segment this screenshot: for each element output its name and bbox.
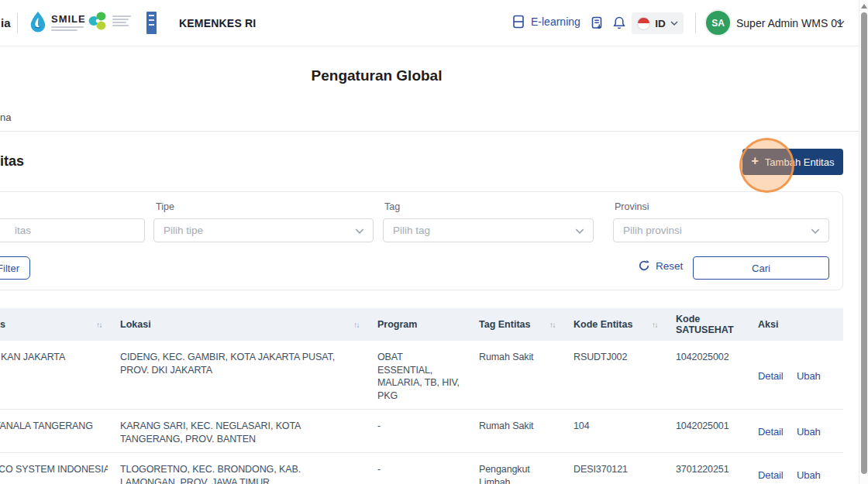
add-entity-label: Tambah Entitas	[765, 156, 835, 168]
provinsi-select[interactable]: Pilih provinsi	[613, 218, 829, 242]
cell-tag: Rumah Sakit	[467, 410, 561, 453]
top-navbar: ia SMILE	[0, 0, 859, 46]
user-name: Super Admin WMS 01	[736, 17, 843, 29]
provinsi-label: Provinsi	[615, 201, 649, 212]
cell-program: -	[365, 453, 467, 484]
provinsi-placeholder: Pilih provinsi	[614, 225, 682, 236]
undp-logo	[146, 12, 157, 34]
detail-link[interactable]: Detail	[758, 370, 784, 382]
divider	[0, 131, 859, 132]
sort-icon: ↑↓	[96, 321, 102, 329]
tipe-placeholder: Pilih tipe	[154, 225, 203, 236]
chevron-down-icon	[670, 21, 678, 26]
header-nama-entitas[interactable]: s ↑↓	[0, 308, 108, 341]
page: ia SMILE	[0, 0, 868, 484]
avatar: SA	[706, 11, 730, 35]
smile-drop-icon	[29, 11, 47, 33]
chevron-down-icon	[811, 228, 820, 234]
add-entity-button[interactable]: + Tambah Entitas	[742, 149, 843, 175]
search-submit-button[interactable]: Cari	[693, 256, 829, 280]
cell-kode-satusehat: 1042025001	[663, 410, 746, 453]
scrollbar-thumb[interactable]	[861, 12, 867, 474]
table-row: KAN JAKARTA CIDENG, KEC. GAMBIR, KOTA JA…	[0, 341, 843, 410]
chevron-down-icon	[575, 228, 584, 234]
form-download-button[interactable]	[589, 15, 604, 30]
header-aksi: Aksi	[746, 308, 843, 341]
page-title: Pengaturan Global	[0, 67, 753, 84]
cell-nama: CO SYSTEM INDONESIA	[0, 453, 108, 484]
cell-nama: KAN JAKARTA	[0, 341, 108, 410]
header-nama-fragment: s	[0, 319, 5, 330]
cell-lokasi: CIDENG, KEC. GAMBIR, KOTA JAKARTA PUSAT,…	[108, 341, 365, 410]
cell-aksi: Detail Ubah	[746, 453, 843, 484]
refresh-icon	[638, 259, 650, 272]
elearning-link[interactable]: E-learning	[512, 14, 580, 29]
divider	[17, 13, 18, 33]
cell-kode-satusehat: 1042025002	[663, 341, 746, 410]
filter-card: itas Tipe Pilih tipe Tag Pilih tag Provi…	[0, 191, 843, 290]
cell-kode-entitas: RSUDTJ002	[561, 341, 663, 410]
kemenkes-text-bar	[112, 19, 129, 20]
plus-icon: +	[752, 155, 759, 167]
kemenkes-clover-icon	[88, 11, 108, 31]
cell-tag: Pengangkut Limbah	[467, 453, 561, 484]
smile-tagline-bar	[51, 29, 78, 31]
ubah-link[interactable]: Ubah	[797, 426, 821, 438]
language-selector[interactable]: ID	[632, 12, 684, 34]
cell-nama: TANALA TANGERANG	[0, 410, 108, 453]
sort-icon: ↑↓	[353, 321, 359, 329]
header-tag-entitas[interactable]: Tag Entitas ↑↓	[467, 308, 561, 341]
header-tag-label: Tag Entitas	[479, 319, 530, 330]
vertical-scrollbar[interactable]	[859, 0, 868, 484]
tag-placeholder: Pilih tag	[384, 225, 430, 236]
elearning-label: E-learning	[531, 15, 580, 28]
language-code: ID	[655, 18, 666, 29]
kemenkes-text-bar	[112, 25, 129, 26]
section-heading-fragment: itas	[0, 153, 24, 170]
header-kode-label: Kode Entitas	[574, 319, 632, 330]
clipboard-download-icon	[590, 15, 604, 30]
search-entity-input[interactable]: itas	[0, 218, 145, 242]
sort-icon: ↑↓	[549, 321, 555, 329]
reset-label: Reset	[656, 260, 683, 272]
cell-lokasi: KARANG SARI, KEC. NEGLASARI, KOTA TANGER…	[108, 410, 365, 453]
bell-icon	[612, 15, 626, 30]
search-placeholder-fragment: itas	[5, 225, 31, 236]
table-row: TANALA TANGERANG KARANG SARI, KEC. NEGLA…	[0, 410, 843, 453]
notifications-button[interactable]	[611, 15, 627, 30]
filter-button-label-fragment: Filter	[0, 263, 19, 274]
cell-kode-satusehat: 3701220251	[663, 453, 746, 484]
cell-lokasi: TLOGORETNO, KEC. BRONDONG, KAB. LAMONGAN…	[108, 453, 365, 484]
cell-aksi: Detail Ubah	[746, 341, 843, 410]
detail-link[interactable]: Detail	[758, 469, 784, 481]
smile-tagline-bar	[51, 26, 84, 28]
cell-kode-entitas: DESI370121	[561, 453, 663, 484]
detail-link[interactable]: Detail	[758, 426, 784, 438]
table-header-row: s ↑↓ Lokasi ↑↓ Program Tag Entitas ↑↓ Ko…	[0, 308, 843, 341]
book-icon	[512, 14, 525, 29]
kemenkes-ri-label: KEMENKES RI	[179, 17, 256, 29]
indonesia-flag-icon	[637, 17, 650, 30]
sort-icon: ↑↓	[652, 321, 657, 329]
tipe-select[interactable]: Pilih tipe	[153, 218, 374, 242]
reset-button[interactable]: Reset	[638, 259, 683, 272]
brand-text-fragment: ia	[1, 16, 11, 29]
kemenkes-logo	[88, 11, 131, 31]
header-kode-entitas[interactable]: Kode Entitas ↑↓	[561, 308, 663, 341]
ubah-link[interactable]: Ubah	[797, 469, 821, 481]
ubah-link[interactable]: Ubah	[797, 370, 821, 382]
filter-button[interactable]: Filter	[0, 256, 30, 280]
chevron-down-icon	[836, 20, 845, 26]
tab-fragment[interactable]: na	[0, 112, 11, 123]
smile-wordmark: SMILE	[51, 13, 86, 25]
tag-select[interactable]: Pilih tag	[383, 218, 594, 242]
divider	[695, 13, 696, 33]
scroll-up-arrow-icon[interactable]	[861, 4, 867, 9]
tag-label: Tag	[384, 201, 400, 212]
smile-logo: SMILE	[29, 11, 86, 33]
tipe-label: Tipe	[156, 201, 174, 212]
cell-kode-entitas: 104	[561, 410, 663, 453]
header-lokasi[interactable]: Lokasi ↑↓	[108, 308, 365, 341]
entity-table: s ↑↓ Lokasi ↑↓ Program Tag Entitas ↑↓ Ko…	[0, 308, 843, 484]
cell-program: -	[365, 410, 467, 453]
